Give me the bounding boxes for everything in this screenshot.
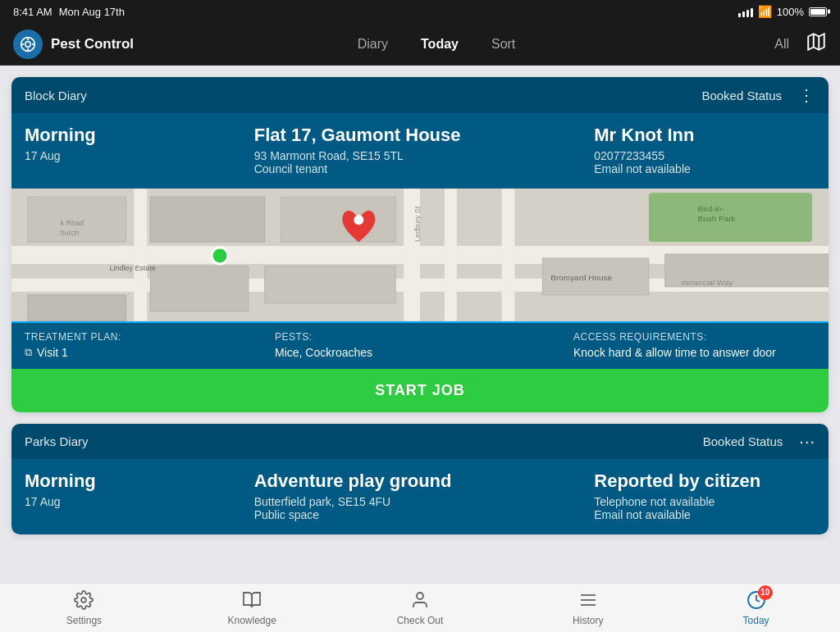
map-container[interactable]: Bird-in- Bush Park Bromyard House Ledbur… xyxy=(11,189,829,321)
svg-text:Lindley Estate: Lindley Estate xyxy=(110,264,156,272)
tab-knowledge-label: Knowledge xyxy=(228,615,276,626)
svg-rect-11 xyxy=(445,189,457,321)
signal-icon xyxy=(738,6,753,17)
card1-title: Block Diary xyxy=(25,89,87,102)
card2-header: Parks Diary Booked Status ··· xyxy=(11,424,829,459)
tab-history[interactable]: History xyxy=(504,590,672,626)
nav-center: Diary Today Sort xyxy=(144,37,728,52)
time-display: 8:41 AM xyxy=(13,6,52,18)
knowledge-icon-wrapper xyxy=(242,590,262,612)
today-icon-wrapper: 10 xyxy=(746,590,766,612)
card2-address: Adventure play ground xyxy=(254,471,587,492)
svg-text:Bromyard House: Bromyard House xyxy=(550,273,612,282)
card2-time: Morning xyxy=(25,471,246,492)
svg-rect-18 xyxy=(150,266,249,311)
svg-text:hurch: hurch xyxy=(61,229,79,237)
treatment-value: ⧉ Visit 1 xyxy=(25,346,267,359)
card2-phone: Telephone not available xyxy=(594,495,815,508)
wifi-icon: 📶 xyxy=(758,5,772,18)
tab-settings[interactable]: Settings xyxy=(0,590,168,626)
tab-bar: Settings Knowledge Check Out His xyxy=(0,583,840,632)
map-icon[interactable] xyxy=(806,31,827,57)
card1-tenure: Council tenant xyxy=(254,162,587,175)
card1-contact: Mr Knot Inn xyxy=(594,125,815,146)
treatment-section: Treatment plan: ⧉ Visit 1 xyxy=(25,331,267,359)
app-logo: Pest Control xyxy=(13,30,144,59)
copy-icon: ⧉ xyxy=(25,346,32,359)
tab-history-label: History xyxy=(573,615,603,626)
tab-today[interactable]: 10 Today xyxy=(672,590,840,626)
svg-rect-14 xyxy=(502,189,515,321)
nav-bar: Pest Control Diary Today Sort All xyxy=(0,23,840,66)
svg-rect-20 xyxy=(28,295,126,321)
svg-point-32 xyxy=(212,248,228,264)
nav-all[interactable]: All xyxy=(774,37,789,52)
card2-info: Morning 17 Aug Adventure play ground But… xyxy=(11,459,829,534)
card1-header: Block Diary Booked Status ⋮ xyxy=(11,77,829,113)
card1-date: 17 Aug xyxy=(25,149,246,162)
card1-address-section: Flat 17, Gaumont House 93 Marmont Road, … xyxy=(254,125,587,175)
tab-settings-label: Settings xyxy=(66,615,102,626)
card2-header-right: Booked Status ··· xyxy=(703,432,815,451)
svg-point-1 xyxy=(25,41,31,47)
map-svg: Bird-in- Bush Park Bromyard House Ledbur… xyxy=(11,189,829,321)
nav-today[interactable]: Today xyxy=(421,37,459,52)
card1-booked-status: Booked Status xyxy=(701,89,782,102)
treatment-text: Visit 1 xyxy=(37,346,68,359)
card2-address-section: Adventure play ground Butterfield park, … xyxy=(254,471,587,521)
knowledge-icon xyxy=(242,590,262,610)
nav-sort[interactable]: Sort xyxy=(491,37,515,52)
today-badge: 10 xyxy=(758,585,773,600)
svg-point-35 xyxy=(417,593,423,599)
card1-time-section: Morning 17 Aug xyxy=(25,125,246,175)
tab-checkout-label: Check Out xyxy=(397,615,444,626)
card2-date: 17 Aug xyxy=(25,495,246,508)
svg-text:Ledbury St: Ledbury St xyxy=(413,206,422,242)
date-display: Mon Aug 17th xyxy=(59,6,125,18)
tab-checkout[interactable]: Check Out xyxy=(336,590,504,626)
settings-icon-wrapper xyxy=(74,590,94,612)
pests-value: Mice, Cockroaches xyxy=(275,346,565,359)
card2-address2: Butterfield park, SE15 4FU xyxy=(254,495,587,508)
treatment-label: Treatment plan: xyxy=(25,331,267,343)
nav-diary[interactable]: Diary xyxy=(358,37,388,52)
pests-section: PESTS: Mice, Cockroaches xyxy=(275,331,565,359)
card2-contact: Reported by citizen xyxy=(594,471,815,492)
card2-contact-section: Reported by citizen Telephone not availa… xyxy=(594,471,815,521)
checkout-icon-wrapper xyxy=(410,590,430,612)
card1-header-right: Booked Status ⋮ xyxy=(701,85,815,105)
card2-more-menu[interactable]: ··· xyxy=(799,432,815,451)
logo-icon xyxy=(13,30,43,59)
card1-contact-section: Mr Knot Inn 02077233455 Email not availa… xyxy=(594,125,815,175)
settings-icon xyxy=(74,590,94,610)
start-job-button[interactable]: START JOB xyxy=(11,369,829,412)
card1-more-menu[interactable]: ⋮ xyxy=(798,85,815,105)
main-content: Block Diary Booked Status ⋮ Morning 17 A… xyxy=(0,66,840,583)
card2-booked-status: Booked Status xyxy=(703,434,783,448)
svg-rect-19 xyxy=(265,266,395,303)
card1-map-info: Treatment plan: ⧉ Visit 1 PESTS: Mice, C… xyxy=(11,321,829,369)
history-icon xyxy=(578,590,598,610)
card2-time-section: Morning 17 Aug xyxy=(25,471,246,521)
card1-phone: 02077233455 xyxy=(594,149,815,162)
parks-diary-card: Parks Diary Booked Status ··· Morning 17… xyxy=(11,424,829,534)
svg-text:mmercial Way: mmercial Way xyxy=(682,278,733,287)
tab-today-label: Today xyxy=(743,615,769,626)
card2-email: Email not available xyxy=(594,508,815,521)
card2-tenure: Public space xyxy=(254,508,587,521)
svg-point-34 xyxy=(81,598,86,602)
card1-email: Email not available xyxy=(594,162,815,175)
access-value: Knock hard & allow time to answer door xyxy=(573,346,815,359)
svg-rect-13 xyxy=(134,189,147,321)
access-section: Access Requirements: Knock hard & allow … xyxy=(573,331,815,359)
svg-text:k Road: k Road xyxy=(61,219,84,227)
history-icon-wrapper xyxy=(578,590,598,612)
status-bar: 8:41 AM Mon Aug 17th 📶 100% xyxy=(0,0,840,23)
card1-address: Flat 17, Gaumont House xyxy=(254,125,587,146)
svg-text:Bush Park: Bush Park xyxy=(698,214,736,223)
svg-text:Bird-in-: Bird-in- xyxy=(698,204,724,213)
svg-rect-16 xyxy=(150,197,264,242)
tab-knowledge[interactable]: Knowledge xyxy=(168,590,336,626)
svg-point-33 xyxy=(354,215,363,225)
svg-rect-17 xyxy=(281,197,395,242)
